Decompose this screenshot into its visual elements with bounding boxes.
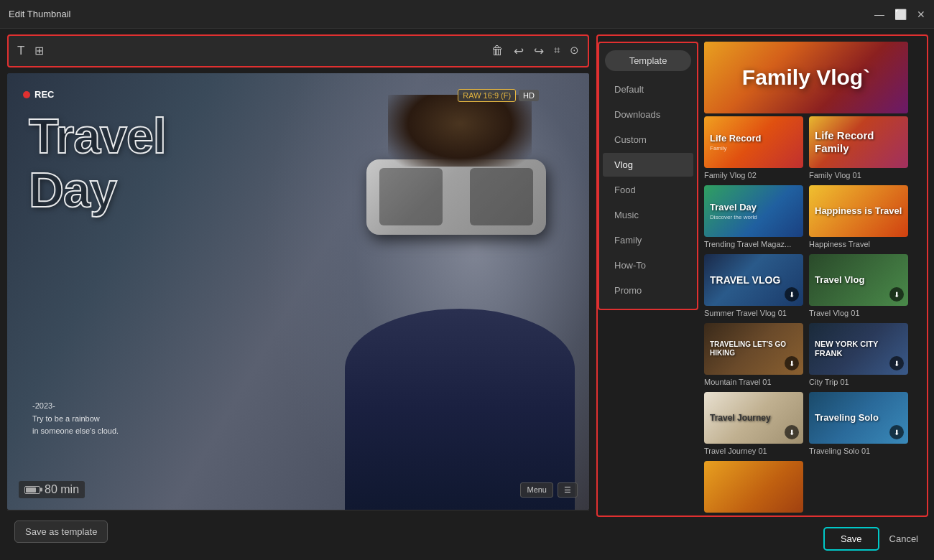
format-badges: RAW 16:9 (F) HD <box>458 89 539 102</box>
thumb-city-trip[interactable]: NEW YORK CITY FRANK ⬇ City Trip 01 <box>809 323 908 386</box>
thumb-img-family-vlog-01: Life Record Family <box>809 116 908 168</box>
thumb-label-trending-travel: Trending Travel Magaz... <box>704 240 803 248</box>
bottom-strip: Save as template <box>7 510 589 553</box>
left-panel: T ⊞ 🗑 ↩ ↪ ⌗ ⊙ <box>0 29 596 560</box>
category-item-food[interactable]: Food <box>603 178 693 202</box>
featured-thumbnail[interactable]: Family Vlog` <box>704 42 908 113</box>
canvas-title: Travel Day <box>29 109 166 217</box>
category-item-family[interactable]: Family <box>603 228 693 252</box>
raw-badge: RAW 16:9 (F) <box>458 89 516 102</box>
category-item-custom[interactable]: Custom <box>603 128 693 151</box>
battery-fill <box>26 487 36 493</box>
add-text-icon[interactable]: T <box>17 44 24 58</box>
thumb-img-city-trip: NEW YORK CITY FRANK ⬇ <box>809 323 908 375</box>
thumb-travel-vlog-01[interactable]: Travel Vlog ⬇ Travel Vlog 01 <box>809 254 908 317</box>
canvas-year: -2023- <box>32 400 119 413</box>
category-item-how-to[interactable]: How-To <box>603 253 693 277</box>
rec-badge: REC <box>23 89 54 100</box>
canvas-title-line1: Travel <box>29 108 166 163</box>
category-item-vlog[interactable]: Vlog <box>603 153 693 177</box>
thumb-img-family-vlog-02: Life Record Family <box>704 116 803 168</box>
menu-button[interactable]: Menu <box>520 482 553 498</box>
toolbar: T ⊞ 🗑 ↩ ↪ ⌗ ⊙ <box>7 34 589 67</box>
thumb-family-vlog-01[interactable]: Life Record Family Family Vlog 01 <box>809 116 908 179</box>
thumbnails-panel: Family Vlog` Life Record Family <box>698 36 914 515</box>
thumb-mountain-travel[interactable]: TRAVELING LET'S GO HIKING ⬇ Mountain Tra… <box>704 323 803 386</box>
settings-icon[interactable]: ⊙ <box>570 44 579 59</box>
list-button[interactable]: ☰ <box>558 482 578 498</box>
canvas-title-line2: Day <box>29 162 116 217</box>
thumb-happiness-travel[interactable]: Happiness is Travel Happiness Travel <box>809 185 908 248</box>
category-panel: Template Default Downloads Custom Vlog F… <box>598 42 698 310</box>
thumb-label-travel-vlog-01: Travel Vlog 01 <box>809 309 908 317</box>
save-as-template-button[interactable]: Save as template <box>14 521 108 543</box>
category-item-default[interactable]: Default <box>603 78 693 101</box>
thumb-traveling-solo[interactable]: Traveling Solo ⬇ Traveling Solo 01 <box>809 392 908 455</box>
main-container: T ⊞ 🗑 ↩ ↪ ⌗ ⊙ <box>0 29 934 560</box>
thumb-label-family-vlog-01: Family Vlog 01 <box>809 171 908 179</box>
thumb-img-summer-travel: TRAVEL VLOG ⬇ <box>704 254 803 306</box>
close-button[interactable]: ✕ <box>917 9 925 19</box>
thumb-img-trending-travel: Travel Day Discover the world <box>704 185 803 237</box>
category-item-promo[interactable]: Promo <box>603 279 693 302</box>
download-icon-mountain: ⬇ <box>785 356 799 370</box>
thumb-label-city-trip: City Trip 01 <box>809 378 908 386</box>
canvas-area: REC RAW 16:9 (F) HD Travel Day -2023- Tr… <box>7 73 589 510</box>
category-item-downloads[interactable]: Downloads <box>603 103 693 126</box>
featured-title: Family Vlog` <box>742 67 870 88</box>
canvas-menu-buttons: Menu ☰ <box>520 482 578 498</box>
canvas-subtitle: -2023- Try to be a rainbow in someone el… <box>32 400 119 438</box>
template-header-button[interactable]: Template <box>605 50 691 71</box>
rec-dot <box>23 91 30 98</box>
thumb-img-happiness-travel: Happiness is Travel <box>809 185 908 237</box>
thumb-trending-travel[interactable]: Travel Day Discover the world Trending T… <box>704 185 803 248</box>
battery-indicator: 80 min <box>19 481 85 498</box>
canvas-quote1: Try to be a rainbow <box>32 413 119 426</box>
save-button[interactable]: Save <box>823 527 879 551</box>
right-bottom-actions: Save Cancel <box>596 517 934 560</box>
thumb-travel-journey[interactable]: Travel Journey ⬇ Travel Journey 01 <box>704 392 803 455</box>
thumbnail-grid: Life Record Family Family Vlog 02 Life R… <box>704 116 908 515</box>
thumb-img-travel-journey: Travel Journey ⬇ <box>704 392 803 444</box>
title-bar: Edit Thumbnail — ⬜ ✕ <box>0 0 934 29</box>
thumb-label-mountain-travel: Mountain Travel 01 <box>704 378 803 386</box>
thumb-label-traveling-solo: Traveling Solo 01 <box>809 447 908 455</box>
canvas-background: REC RAW 16:9 (F) HD Travel Day -2023- Tr… <box>7 73 589 510</box>
delete-icon[interactable]: 🗑 <box>491 44 504 59</box>
category-item-music[interactable]: Music <box>603 203 693 227</box>
right-section: Template Default Downloads Custom Vlog F… <box>596 29 934 560</box>
thumb-img-extra <box>704 461 803 513</box>
crop-icon[interactable]: ⌗ <box>554 44 560 59</box>
add-image-icon[interactable]: ⊞ <box>34 44 44 58</box>
window-title: Edit Thumbnail <box>9 9 70 19</box>
thumb-label-summer-travel: Summer Travel Vlog 01 <box>704 309 803 317</box>
hd-badge: HD <box>519 90 539 101</box>
thumb-img-traveling-solo: Traveling Solo ⬇ <box>809 392 908 444</box>
maximize-button[interactable]: ⬜ <box>894 9 907 19</box>
thumb-family-vlog-02[interactable]: Life Record Family Family Vlog 02 <box>704 116 803 179</box>
cancel-button[interactable]: Cancel <box>879 528 928 549</box>
rec-label: REC <box>34 89 54 100</box>
download-icon-solo: ⬇ <box>889 425 904 439</box>
canvas-quote2: in someone else's cloud. <box>32 425 119 438</box>
download-icon-journey: ⬇ <box>785 425 799 439</box>
thumb-label-travel-journey: Travel Journey 01 <box>704 447 803 455</box>
thumb-extra-01[interactable] <box>704 461 803 515</box>
download-icon-travel-vlog: ⬇ <box>889 287 904 302</box>
undo-icon[interactable]: ↩ <box>514 44 524 59</box>
toolbar-right: 🗑 ↩ ↪ ⌗ ⊙ <box>491 44 579 59</box>
thumb-img-mountain-travel: TRAVELING LET'S GO HIKING ⬇ <box>704 323 803 375</box>
minimize-button[interactable]: — <box>874 9 884 19</box>
right-content: Template Default Downloads Custom Vlog F… <box>596 34 928 517</box>
thumb-img-travel-vlog-01: Travel Vlog ⬇ <box>809 254 908 306</box>
canvas-bottom-bar: 80 min Menu ☰ <box>19 481 578 498</box>
battery-time: 80 min <box>45 483 79 496</box>
featured-thumb-img: Family Vlog` <box>704 42 908 113</box>
download-icon-summer: ⬇ <box>785 287 799 302</box>
thumb-summer-travel[interactable]: TRAVEL VLOG ⬇ Summer Travel Vlog 01 <box>704 254 803 317</box>
redo-icon[interactable]: ↪ <box>534 44 544 59</box>
battery-icon <box>24 486 40 494</box>
thumb-label-family-vlog-02: Family Vlog 02 <box>704 171 803 179</box>
thumb-label-happiness-travel: Happiness Travel <box>809 240 908 248</box>
window-controls: — ⬜ ✕ <box>874 9 925 19</box>
